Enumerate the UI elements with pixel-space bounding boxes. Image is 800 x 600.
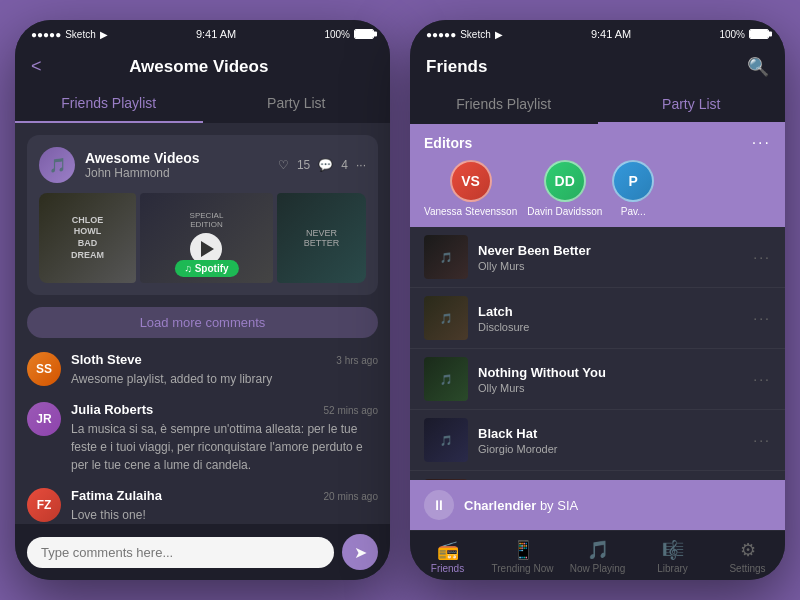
- editors-avatars: VS Vanessa Stevensson DD Davin Davidsson…: [424, 160, 771, 217]
- album-thumb-3: NEVERBETTER: [277, 193, 366, 283]
- nav-item-nowplaying[interactable]: 🎵 Now Playing: [560, 531, 635, 580]
- track-thumb-2: 🎵: [424, 296, 468, 340]
- nav-item-settings[interactable]: ⚙ Settings: [710, 531, 785, 580]
- tab-party-list-left[interactable]: Party List: [203, 85, 391, 123]
- send-button[interactable]: ➤: [342, 534, 378, 570]
- status-time-left: 9:41 AM: [196, 28, 236, 40]
- comment-body-steve: Sloth Steve 3 hrs ago Awesome playlist, …: [71, 352, 378, 388]
- editors-section: Editors ··· VS Vanessa Stevensson DD Dav…: [410, 124, 785, 227]
- editor-name-1: Vanessa Stevensson: [424, 206, 517, 217]
- nav-label-library: Library: [657, 563, 688, 574]
- track-item[interactable]: 🎵 Black Hat Giorgio Moroder ···: [410, 410, 785, 471]
- pause-button[interactable]: ⏸: [424, 490, 454, 520]
- friends-nav-icon: 📻: [437, 539, 459, 561]
- comment-item: FZ Fatima Zulaiha 20 mins ago Love this …: [27, 488, 378, 524]
- now-playing-title: Charlendier: [464, 498, 536, 513]
- now-playing-text: Charlendier by SIA: [464, 498, 771, 513]
- load-more-button[interactable]: Load more comments: [27, 307, 378, 338]
- tab-friends-playlist-left[interactable]: Friends Playlist: [15, 85, 203, 123]
- tab-party-list-right[interactable]: Party List: [598, 86, 786, 124]
- spotify-badge: ♫ Spotify: [174, 260, 238, 277]
- editors-more-icon[interactable]: ···: [752, 134, 771, 152]
- track-thumb-3: 🎵: [424, 357, 468, 401]
- left-tabs-bar: Friends Playlist Party List: [15, 85, 390, 123]
- editor-avatar-2: DD: [544, 160, 586, 202]
- playlist-avatar: 🎵: [39, 147, 75, 183]
- album-thumb-1: CHLOEHOWLBADDREAM: [39, 193, 136, 283]
- comment-time: 52 mins ago: [324, 405, 378, 416]
- album-thumb-center: SPECIALEDITION ♫ Spotify: [140, 193, 273, 283]
- bottom-nav: 📻 Friends 📱 Trending Now 🎵 Now Playing 🎼…: [410, 530, 785, 580]
- nav-label-settings: Settings: [729, 563, 765, 574]
- nav-label-trending: Trending Now: [492, 563, 554, 574]
- left-app-header: < Awesome Videos: [15, 48, 390, 85]
- library-nav-icon: 🎼: [662, 539, 684, 561]
- track-list: 🎵 Never Been Better Olly Murs ··· 🎵 Latc…: [410, 227, 785, 480]
- comment-item: JR Julia Roberts 52 mins ago La musica s…: [27, 402, 378, 474]
- send-icon: ➤: [354, 543, 367, 562]
- playlist-name: Awesome Videos: [85, 150, 278, 166]
- status-bar-right: ●●●●● Sketch ▶ 9:41 AM 100%: [410, 20, 785, 48]
- track-menu-icon[interactable]: ···: [753, 432, 771, 448]
- track-menu-icon[interactable]: ···: [753, 371, 771, 387]
- editor-name-2: Davin Davidsson: [527, 206, 602, 217]
- track-menu-icon[interactable]: ···: [753, 249, 771, 265]
- right-app-header: Friends 🔍: [410, 48, 785, 86]
- editors-label: Editors: [424, 135, 472, 151]
- comment-avatar-julia: JR: [27, 402, 61, 436]
- track-menu-icon[interactable]: ···: [753, 310, 771, 326]
- tab-friends-playlist-right[interactable]: Friends Playlist: [410, 86, 598, 124]
- comment-body-julia: Julia Roberts 52 mins ago La musica si s…: [71, 402, 378, 474]
- more-icon[interactable]: ···: [356, 158, 366, 172]
- left-app-title: Awesome Videos: [54, 57, 344, 77]
- search-icon[interactable]: 🔍: [747, 56, 769, 78]
- comment-avatar-steve: SS: [27, 352, 61, 386]
- status-time-right: 9:41 AM: [591, 28, 631, 40]
- nav-item-trending[interactable]: 📱 Trending Now: [485, 531, 560, 580]
- left-content-area: 🎵 Awesome Videos John Hammond ♡ 15 💬 4 ·…: [15, 123, 390, 524]
- right-app-title: Friends: [426, 57, 487, 77]
- playlist-author: John Hammond: [85, 166, 278, 180]
- now-playing-by: by: [540, 498, 557, 513]
- comment-text: Love this one!: [71, 506, 378, 524]
- playlist-card: 🎵 Awesome Videos John Hammond ♡ 15 💬 4 ·…: [27, 135, 378, 295]
- comment-text: La musica si sa, è sempre un'ottima alle…: [71, 420, 378, 474]
- editor-avatar-1: VS: [450, 160, 492, 202]
- track-artist: Giorgio Moroder: [478, 443, 753, 455]
- comment-avatar-fatima: FZ: [27, 488, 61, 522]
- right-tabs-bar: Friends Playlist Party List: [410, 86, 785, 124]
- right-phone: ●●●●● Sketch ▶ 9:41 AM 100% Friends 🔍 Fr…: [410, 20, 785, 580]
- track-artist: Disclosure: [478, 321, 753, 333]
- track-title: Latch: [478, 304, 753, 319]
- track-artist: Olly Murs: [478, 382, 753, 394]
- track-artist: Olly Murs: [478, 260, 753, 272]
- track-details-2: Latch Disclosure: [478, 304, 753, 333]
- album-grid: CHLOEHOWLBADDREAM SPECIALEDITION ♫ Spoti…: [39, 193, 366, 283]
- settings-nav-icon: ⚙: [740, 539, 756, 561]
- nav-label-nowplaying: Now Playing: [570, 563, 626, 574]
- playlist-info: Awesome Videos John Hammond: [85, 150, 278, 180]
- track-title: Nothing Without You: [478, 365, 753, 380]
- comment-time: 3 hrs ago: [336, 355, 378, 366]
- comment-item: SS Sloth Steve 3 hrs ago Awesome playlis…: [27, 352, 378, 388]
- track-title: Black Hat: [478, 426, 753, 441]
- right-content-area: Editors ··· VS Vanessa Stevensson DD Dav…: [410, 124, 785, 480]
- track-thumb-4: 🎵: [424, 418, 468, 462]
- comment-input-field[interactable]: [27, 537, 334, 568]
- track-item[interactable]: 🎵 Never Been Better Olly Murs ···: [410, 227, 785, 288]
- status-bar-left: ●●●●● Sketch ▶ 9:41 AM 100%: [15, 20, 390, 48]
- track-details-3: Nothing Without You Olly Murs: [478, 365, 753, 394]
- like-icon[interactable]: ♡: [278, 158, 289, 172]
- playlist-actions: ♡ 15 💬 4 ···: [278, 158, 366, 172]
- comment-input-bar: ➤: [15, 524, 390, 580]
- like-count: 15: [297, 158, 310, 172]
- comment-icon[interactable]: 💬: [318, 158, 333, 172]
- nav-item-library[interactable]: 🎼 Library: [635, 531, 710, 580]
- track-item[interactable]: 🎵 Latch Disclosure ···: [410, 288, 785, 349]
- track-item[interactable]: 🎵 Never Been Better - Remix Olly Murs ··…: [410, 471, 785, 480]
- nav-item-friends[interactable]: 📻 Friends: [410, 531, 485, 580]
- pause-icon: ⏸: [432, 497, 446, 513]
- comment-time: 20 mins ago: [324, 491, 378, 502]
- back-button[interactable]: <: [31, 56, 42, 77]
- track-item[interactable]: 🎵 Nothing Without You Olly Murs ···: [410, 349, 785, 410]
